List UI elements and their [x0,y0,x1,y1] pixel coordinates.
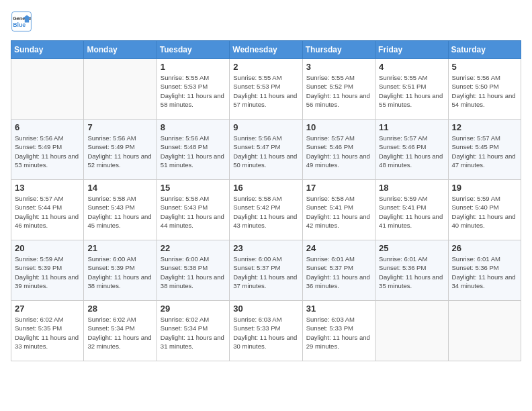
day-number: 31 [306,304,371,314]
calendar-cell: 4Sunrise: 5:55 AMSunset: 5:51 PMDaylight… [375,59,448,120]
calendar-table: SundayMondayTuesdayWednesdayThursdayFrid… [11,40,521,361]
cell-details: Sunrise: 6:03 AMSunset: 5:33 PMDaylight:… [306,315,371,351]
calendar-cell: 14Sunrise: 5:58 AMSunset: 5:43 PMDayligh… [84,180,157,240]
day-number: 24 [306,243,371,253]
day-number: 22 [161,243,226,253]
svg-text:Blue: Blue [13,21,26,28]
day-number: 4 [379,62,444,72]
page-header: General Blue [11,11,521,32]
calendar-cell: 12Sunrise: 5:57 AMSunset: 5:45 PMDayligh… [448,120,521,180]
weekday-header-wednesday: Wednesday [230,41,302,59]
cell-details: Sunrise: 5:56 AMSunset: 5:48 PMDaylight:… [161,134,226,169]
day-number: 11 [379,122,444,132]
cell-details: Sunrise: 5:57 AMSunset: 5:46 PMDaylight:… [306,134,371,169]
day-number: 17 [306,183,371,193]
calendar-cell: 9Sunrise: 5:56 AMSunset: 5:47 PMDaylight… [230,120,302,180]
weekday-header-monday: Monday [84,41,157,59]
day-number: 21 [87,243,152,253]
calendar-cell: 8Sunrise: 5:56 AMSunset: 5:48 PMDaylight… [157,120,229,180]
cell-details: Sunrise: 5:59 AMSunset: 5:41 PMDaylight:… [379,194,444,230]
calendar-cell: 19Sunrise: 5:59 AMSunset: 5:40 PMDayligh… [448,180,521,240]
calendar-cell: 18Sunrise: 5:59 AMSunset: 5:41 PMDayligh… [375,180,448,240]
logo: General Blue [11,11,32,32]
weekday-header-sunday: Sunday [11,41,84,59]
day-number: 12 [452,122,517,132]
cell-details: Sunrise: 6:03 AMSunset: 5:33 PMDaylight:… [233,315,298,351]
calendar-cell: 23Sunrise: 6:00 AMSunset: 5:37 PMDayligh… [230,240,302,301]
cell-details: Sunrise: 6:00 AMSunset: 5:38 PMDaylight:… [161,255,226,290]
logo-icon: General Blue [11,11,32,32]
weekday-header-thursday: Thursday [302,41,375,59]
calendar-cell [11,59,84,120]
calendar-cell: 6Sunrise: 5:56 AMSunset: 5:49 PMDaylight… [11,120,84,180]
cell-details: Sunrise: 5:59 AMSunset: 5:40 PMDaylight:… [452,194,517,230]
calendar-cell: 13Sunrise: 5:57 AMSunset: 5:44 PMDayligh… [11,180,84,240]
day-number: 23 [233,243,298,253]
calendar-cell: 3Sunrise: 5:55 AMSunset: 5:52 PMDaylight… [302,59,375,120]
day-number: 19 [452,183,517,193]
day-number: 25 [379,243,444,253]
cell-details: Sunrise: 5:58 AMSunset: 5:43 PMDaylight:… [161,194,226,230]
calendar-cell: 11Sunrise: 5:57 AMSunset: 5:46 PMDayligh… [375,120,448,180]
cell-details: Sunrise: 6:00 AMSunset: 5:39 PMDaylight:… [87,255,152,290]
calendar-cell: 2Sunrise: 5:55 AMSunset: 5:53 PMDaylight… [230,59,302,120]
calendar-cell: 24Sunrise: 6:01 AMSunset: 5:37 PMDayligh… [302,240,375,301]
cell-details: Sunrise: 5:55 AMSunset: 5:53 PMDaylight:… [161,73,226,109]
weekday-header-friday: Friday [375,41,448,59]
cell-details: Sunrise: 5:56 AMSunset: 5:50 PMDaylight:… [452,73,517,109]
cell-details: Sunrise: 5:55 AMSunset: 5:51 PMDaylight:… [379,73,444,109]
day-number: 1 [161,62,226,72]
day-number: 7 [87,122,152,132]
day-number: 28 [87,304,152,314]
cell-details: Sunrise: 6:01 AMSunset: 5:36 PMDaylight:… [379,255,444,290]
day-number: 16 [233,183,298,193]
calendar-cell: 20Sunrise: 5:59 AMSunset: 5:39 PMDayligh… [11,240,84,301]
day-number: 18 [379,183,444,193]
weekday-header-tuesday: Tuesday [157,41,229,59]
cell-details: Sunrise: 5:55 AMSunset: 5:52 PMDaylight:… [306,73,371,109]
calendar-cell: 25Sunrise: 6:01 AMSunset: 5:36 PMDayligh… [375,240,448,301]
calendar-cell: 5Sunrise: 5:56 AMSunset: 5:50 PMDaylight… [448,59,521,120]
day-number: 6 [15,122,80,132]
cell-details: Sunrise: 5:56 AMSunset: 5:49 PMDaylight:… [15,134,80,169]
calendar-cell: 31Sunrise: 6:03 AMSunset: 5:33 PMDayligh… [302,301,375,361]
cell-details: Sunrise: 5:55 AMSunset: 5:53 PMDaylight:… [233,73,298,109]
calendar-cell: 10Sunrise: 5:57 AMSunset: 5:46 PMDayligh… [302,120,375,180]
calendar-cell: 22Sunrise: 6:00 AMSunset: 5:38 PMDayligh… [157,240,229,301]
cell-details: Sunrise: 5:56 AMSunset: 5:47 PMDaylight:… [233,134,298,169]
day-number: 27 [15,304,80,314]
day-number: 2 [233,62,298,72]
cell-details: Sunrise: 6:01 AMSunset: 5:36 PMDaylight:… [452,255,517,290]
calendar-cell: 17Sunrise: 5:58 AMSunset: 5:41 PMDayligh… [302,180,375,240]
calendar-cell: 28Sunrise: 6:02 AMSunset: 5:34 PMDayligh… [84,301,157,361]
calendar-cell [448,301,521,361]
day-number: 30 [233,304,298,314]
cell-details: Sunrise: 6:02 AMSunset: 5:35 PMDaylight:… [15,315,80,351]
calendar-cell: 29Sunrise: 6:02 AMSunset: 5:34 PMDayligh… [157,301,229,361]
cell-details: Sunrise: 5:56 AMSunset: 5:49 PMDaylight:… [87,134,152,169]
day-number: 5 [452,62,517,72]
calendar-cell: 21Sunrise: 6:00 AMSunset: 5:39 PMDayligh… [84,240,157,301]
cell-details: Sunrise: 6:00 AMSunset: 5:37 PMDaylight:… [233,255,298,290]
cell-details: Sunrise: 5:57 AMSunset: 5:46 PMDaylight:… [379,134,444,169]
calendar-cell: 26Sunrise: 6:01 AMSunset: 5:36 PMDayligh… [448,240,521,301]
cell-details: Sunrise: 5:57 AMSunset: 5:44 PMDaylight:… [15,194,80,230]
day-number: 10 [306,122,371,132]
cell-details: Sunrise: 5:58 AMSunset: 5:42 PMDaylight:… [233,194,298,230]
day-number: 8 [161,122,226,132]
calendar-cell [84,59,157,120]
cell-details: Sunrise: 5:58 AMSunset: 5:41 PMDaylight:… [306,194,371,230]
day-number: 13 [15,183,80,193]
day-number: 26 [452,243,517,253]
cell-details: Sunrise: 6:01 AMSunset: 5:37 PMDaylight:… [306,255,371,290]
calendar-cell: 16Sunrise: 5:58 AMSunset: 5:42 PMDayligh… [230,180,302,240]
cell-details: Sunrise: 6:02 AMSunset: 5:34 PMDaylight:… [87,315,152,351]
cell-details: Sunrise: 6:02 AMSunset: 5:34 PMDaylight:… [161,315,226,351]
cell-details: Sunrise: 5:57 AMSunset: 5:45 PMDaylight:… [452,134,517,169]
calendar-cell: 15Sunrise: 5:58 AMSunset: 5:43 PMDayligh… [157,180,229,240]
calendar-cell: 7Sunrise: 5:56 AMSunset: 5:49 PMDaylight… [84,120,157,180]
day-number: 15 [161,183,226,193]
day-number: 9 [233,122,298,132]
calendar-cell [375,301,448,361]
calendar-cell: 1Sunrise: 5:55 AMSunset: 5:53 PMDaylight… [157,59,229,120]
